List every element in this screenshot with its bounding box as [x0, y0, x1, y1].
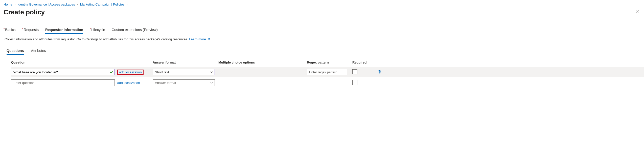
- col-regex: Regex pattern: [307, 60, 352, 64]
- answer-format-value: Short text: [155, 70, 169, 74]
- chevron-down-icon: [210, 71, 213, 74]
- answer-format-select[interactable]: Answer format: [153, 79, 215, 86]
- questions-table: Question Answer format Multiple choice o…: [0, 55, 644, 88]
- col-required: Required: [352, 60, 378, 64]
- required-checkbox[interactable]: [352, 69, 357, 74]
- col-question: Question: [11, 60, 153, 64]
- breadcrumb-identity-governance[interactable]: Identity Governance | Access packages: [17, 3, 75, 6]
- answer-format-select[interactable]: Short text: [153, 69, 215, 75]
- tab-label: Custom extensions (Preview): [112, 28, 158, 32]
- chevron-down-icon: [210, 81, 213, 84]
- tab-description: Collect information and attributes from …: [0, 34, 644, 41]
- tab-label: Basics: [5, 28, 15, 32]
- subtab-attributes[interactable]: Attributes: [31, 49, 46, 55]
- checkmark-icon: [110, 70, 113, 74]
- step-tabs: * Basics * Requests Requestor informatio…: [0, 18, 644, 34]
- table-row: add localization Short text: [11, 67, 644, 77]
- learn-more-link[interactable]: Learn more: [189, 37, 210, 41]
- tab-requests[interactable]: * Requests: [22, 28, 39, 34]
- required-star-icon: *: [90, 28, 91, 31]
- answer-format-value: Answer format: [155, 81, 176, 85]
- tab-lifecycle[interactable]: * Lifecycle: [90, 28, 105, 34]
- external-link-icon: [208, 38, 210, 40]
- subtab-questions[interactable]: Questions: [7, 49, 24, 55]
- chevron-right-icon: ›: [77, 3, 78, 6]
- tab-basics[interactable]: * Basics: [4, 28, 16, 34]
- tab-custom-extensions[interactable]: Custom extensions (Preview): [112, 28, 158, 34]
- tab-label: Requests: [24, 28, 39, 32]
- col-answer-format: Answer format: [153, 60, 218, 64]
- sub-tabs: Questions Attributes: [0, 41, 644, 55]
- page-title: Create policy: [4, 8, 45, 16]
- question-input[interactable]: [11, 79, 115, 86]
- required-star-icon: *: [22, 28, 23, 31]
- chevron-right-icon: ›: [126, 3, 127, 6]
- breadcrumb-marketing-campaign[interactable]: Marketing Campaign | Policies: [80, 3, 124, 6]
- more-actions-button[interactable]: …: [48, 9, 56, 15]
- col-mc-options: Multiple choice options: [218, 60, 307, 64]
- breadcrumb: Home › Identity Governance | Access pack…: [0, 0, 644, 7]
- delete-icon[interactable]: [378, 70, 382, 74]
- regex-input[interactable]: [307, 69, 347, 75]
- tab-requestor-information[interactable]: Requestor information: [45, 28, 83, 34]
- tab-label: Lifecycle: [91, 28, 105, 32]
- add-localization-link[interactable]: add localization: [117, 81, 140, 85]
- table-row: add localization Answer format: [11, 77, 644, 88]
- tab-label: Requestor information: [45, 28, 83, 32]
- required-star-icon: *: [4, 28, 5, 31]
- add-localization-link[interactable]: add localization: [117, 70, 144, 75]
- close-icon[interactable]: [635, 10, 639, 14]
- title-row: Create policy …: [0, 7, 644, 18]
- table-header: Question Answer format Multiple choice o…: [11, 60, 644, 67]
- description-text: Collect information and attributes from …: [5, 37, 189, 41]
- required-checkbox[interactable]: [352, 80, 357, 85]
- question-input[interactable]: [11, 69, 115, 75]
- learn-more-label: Learn more: [189, 37, 206, 41]
- breadcrumb-home[interactable]: Home: [4, 3, 12, 6]
- chevron-right-icon: ›: [14, 3, 15, 6]
